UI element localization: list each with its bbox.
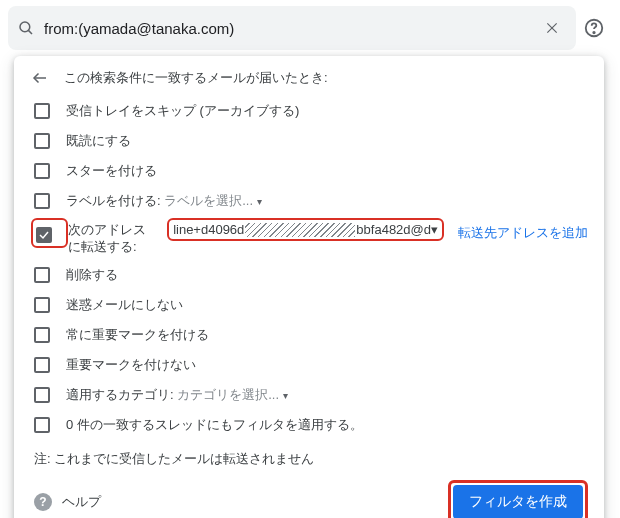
filter-options-card: この検索条件に一致するメールが届いたとき: 受信トレイをスキップ (アーカイブす… xyxy=(14,56,604,518)
create-filter-button[interactable]: フィルタを作成 xyxy=(453,485,583,518)
help-icon: ? xyxy=(34,493,52,511)
forward-address-suffix: bbfa482d@d xyxy=(356,222,431,237)
checkbox-never-spam[interactable] xyxy=(34,297,50,313)
option-category-prefix: 適用するカテゴリ: xyxy=(66,387,177,402)
checkbox-label[interactable] xyxy=(34,193,50,209)
forward-address-dropdown[interactable]: line+d4096dbbfa482d@d ▾ xyxy=(167,218,444,241)
checkbox-mark-read[interactable] xyxy=(34,133,50,149)
help-link[interactable]: ? ヘルプ xyxy=(34,493,101,511)
option-apply-matching: 0 件の一致するスレッドにもフィルタを適用する。 xyxy=(66,416,363,434)
option-always-important: 常に重要マークを付ける xyxy=(66,326,209,344)
back-arrow-icon[interactable] xyxy=(30,68,50,88)
option-category: 適用するカテゴリ: カテゴリを選択...▾ xyxy=(66,386,288,404)
option-delete: 削除する xyxy=(66,266,118,284)
checkbox-delete[interactable] xyxy=(34,267,50,283)
option-label-prefix: ラベルを付ける: xyxy=(66,193,164,208)
search-input[interactable] xyxy=(36,20,536,37)
chevron-down-icon: ▾ xyxy=(431,222,438,237)
search-icon xyxy=(16,18,36,38)
create-filter-highlight: フィルタを作成 xyxy=(448,480,588,518)
checkbox-star[interactable] xyxy=(34,163,50,179)
option-star: スターを付ける xyxy=(66,162,157,180)
checkbox-skip-inbox[interactable] xyxy=(34,103,50,119)
add-forward-address-link[interactable]: 転送先アドレスを追加 xyxy=(458,218,588,242)
checkbox-always-important[interactable] xyxy=(34,327,50,343)
option-skip-inbox: 受信トレイをスキップ (アーカイブする) xyxy=(66,102,299,120)
clear-search-button[interactable] xyxy=(536,12,568,44)
option-mark-read: 既読にする xyxy=(66,132,131,150)
redacted-area xyxy=(245,223,355,237)
option-never-spam: 迷惑メールにしない xyxy=(66,296,183,314)
help-label: ヘルプ xyxy=(62,493,101,511)
svg-line-1 xyxy=(28,30,32,34)
checkbox-never-important[interactable] xyxy=(34,357,50,373)
option-never-important: 重要マークを付けない xyxy=(66,356,196,374)
checkbox-forward[interactable] xyxy=(36,227,52,243)
category-select-dropdown[interactable]: カテゴリを選択...▾ xyxy=(177,387,288,402)
option-forward-label: 次のアドレスに転送する: xyxy=(68,218,161,256)
forward-address-prefix: line+d4096d xyxy=(173,222,244,237)
checkbox-category[interactable] xyxy=(34,387,50,403)
checkbox-apply-matching[interactable] xyxy=(34,417,50,433)
forward-checkbox-highlight xyxy=(31,218,68,248)
note-text: 注: これまでに受信したメールは転送されません xyxy=(34,450,588,468)
option-label: ラベルを付ける: ラベルを選択...▾ xyxy=(66,192,262,210)
svg-point-0 xyxy=(20,22,30,32)
card-title: この検索条件に一致するメールが届いたとき: xyxy=(64,69,328,87)
label-select-dropdown[interactable]: ラベルを選択...▾ xyxy=(164,193,262,208)
support-icon[interactable] xyxy=(576,17,612,39)
svg-point-5 xyxy=(593,32,594,33)
search-bar[interactable] xyxy=(8,6,576,50)
